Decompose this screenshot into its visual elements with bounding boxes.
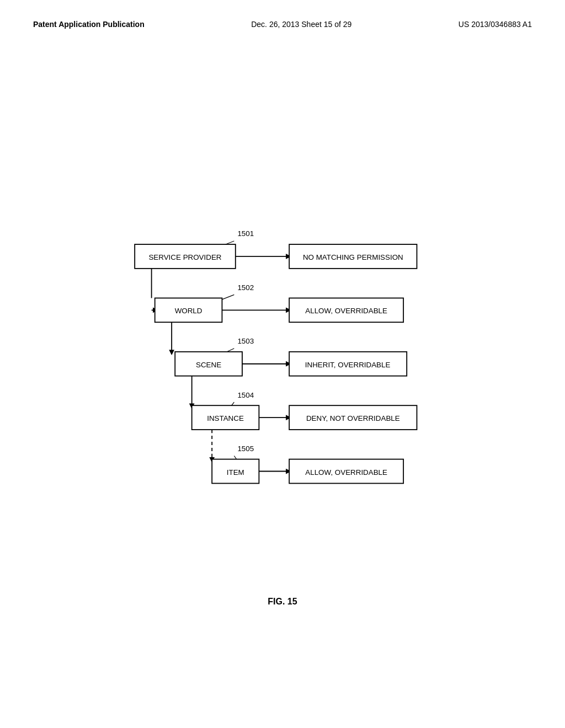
allow-overridable-1-label: ALLOW, OVERRIDABLE (305, 307, 387, 315)
allow-overridable-2-label: ALLOW, OVERRIDABLE (305, 468, 387, 477)
ref-1505: 1505 (237, 445, 254, 453)
figure-caption: FIG. 15 (0, 597, 565, 607)
diagram-svg: SERVICE PROVIDER NO MATCHING PERMISSION … (0, 204, 565, 513)
header-publication-label: Patent Application Publication (33, 20, 145, 29)
inherit-overridable-label: INHERIT, OVERRIDABLE (305, 361, 391, 369)
header-patent-number: US 2013/0346883 A1 (459, 20, 532, 29)
diagram-area: SERVICE PROVIDER NO MATCHING PERMISSION … (0, 204, 565, 513)
ref-1504: 1504 (237, 391, 254, 399)
item-label: ITEM (227, 468, 244, 477)
service-provider-label: SERVICE PROVIDER (148, 253, 221, 261)
instance-label: INSTANCE (207, 414, 244, 422)
no-matching-label: NO MATCHING PERMISSION (303, 253, 403, 261)
deny-not-overridable-label: DENY, NOT OVERRIDABLE (306, 414, 400, 422)
page-header: Patent Application Publication Dec. 26, … (0, 0, 565, 29)
scene-label: SCENE (196, 361, 221, 369)
ref-1502: 1502 (237, 283, 254, 292)
ref-1501: 1501 (237, 229, 254, 238)
header-date-sheet: Dec. 26, 2013 Sheet 15 of 29 (251, 20, 351, 29)
svg-marker-4 (169, 350, 174, 355)
ref-1503: 1503 (237, 337, 254, 345)
world-label: WORLD (175, 307, 202, 315)
